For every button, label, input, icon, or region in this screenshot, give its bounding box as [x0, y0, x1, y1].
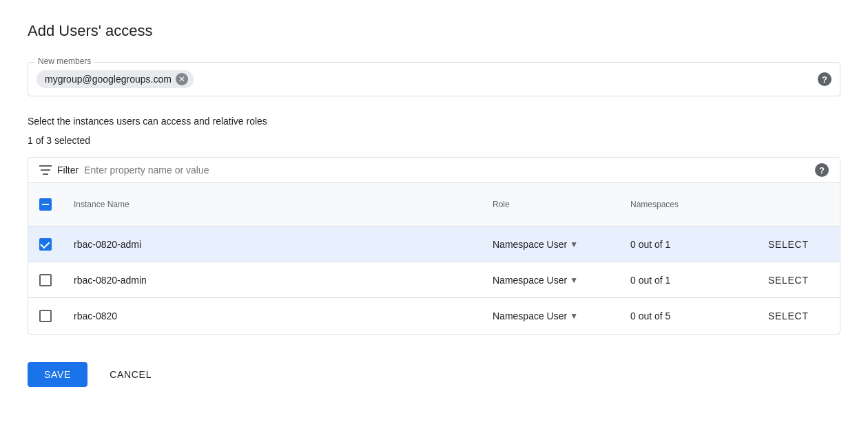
row-3-role-dropdown[interactable]: Namespace User ▼: [493, 310, 578, 321]
page-title: Add Users' access: [28, 22, 840, 40]
table-wrapper: Filter ? Instance Name Role Namespaces: [28, 157, 840, 335]
row-2-role[interactable]: Namespace User ▼: [482, 266, 619, 294]
row-3-dropdown-arrow: ▼: [570, 311, 578, 321]
chip-email: mygroup@googlegroups.com: [45, 74, 172, 85]
row-1-checkbox[interactable]: [39, 238, 52, 251]
filter-help-icon[interactable]: ?: [815, 163, 829, 177]
svg-rect-0: [39, 165, 52, 167]
new-members-help-icon[interactable]: ?: [818, 72, 831, 86]
row-2-select-action[interactable]: SELECT: [757, 266, 840, 294]
button-row: SAVE CANCEL: [28, 362, 840, 387]
row-2-checkbox-container[interactable]: [28, 266, 63, 295]
row-1-role[interactable]: Namespace User ▼: [482, 231, 619, 258]
th-action: [757, 190, 840, 219]
filter-row: Filter ?: [28, 158, 840, 183]
new-members-label: New members: [35, 56, 94, 66]
members-input-row: mygroup@googlegroups.com ✕ ?: [37, 68, 831, 90]
row-1-instance-name: rbac-0820-admi: [63, 231, 482, 258]
row-3-checkbox[interactable]: [39, 310, 52, 322]
th-instance-name: Instance Name: [63, 190, 482, 219]
th-namespaces: Namespaces: [619, 190, 757, 219]
svg-rect-1: [41, 169, 50, 171]
page-container: Add Users' access New members mygroup@go…: [0, 0, 868, 422]
new-members-section: New members mygroup@googlegroups.com ✕ ?: [28, 62, 840, 96]
row-1-checkbox-container[interactable]: [28, 230, 63, 259]
header-checkbox-container[interactable]: [28, 190, 63, 219]
row-2-dropdown-arrow: ▼: [570, 275, 578, 285]
row-1-dropdown-arrow: ▼: [570, 240, 578, 249]
row-1-namespaces: 0 out of 1: [619, 231, 757, 258]
filter-left: Filter: [39, 165, 291, 176]
table-row: rbac-0820-admi Namespace User ▼ 0 out of…: [28, 226, 840, 262]
filter-input[interactable]: [84, 165, 291, 176]
header-checkbox[interactable]: [39, 198, 52, 211]
row-2-namespaces: 0 out of 1: [619, 266, 757, 294]
save-button[interactable]: SAVE: [28, 362, 87, 387]
filter-label: Filter: [57, 165, 79, 176]
row-1-select-action[interactable]: SELECT: [757, 231, 840, 258]
table-header: Instance Name Role Namespaces: [28, 183, 840, 226]
row-2-role-dropdown[interactable]: Namespace User ▼: [493, 275, 578, 286]
member-chip: mygroup@googlegroups.com ✕: [37, 70, 194, 88]
selection-count: 1 of 3 selected: [28, 135, 840, 146]
table-row: rbac-0820-admin Namespace User ▼ 0 out o…: [28, 262, 840, 298]
row-2-checkbox[interactable]: [39, 274, 52, 286]
row-3-role[interactable]: Namespace User ▼: [482, 302, 619, 330]
svg-rect-2: [43, 173, 48, 175]
filter-icon: [39, 165, 52, 175]
row-3-instance-name: rbac-0820: [63, 302, 482, 330]
table-row: rbac-0820 Namespace User ▼ 0 out of 5 SE…: [28, 298, 840, 334]
members-chips-area: mygroup@googlegroups.com ✕: [37, 70, 194, 88]
instruction-text: Select the instances users can access an…: [28, 116, 840, 127]
row-1-role-dropdown[interactable]: Namespace User ▼: [493, 239, 578, 250]
cancel-button[interactable]: CANCEL: [104, 362, 157, 387]
row-2-instance-name: rbac-0820-admin: [63, 266, 482, 294]
chip-close-button[interactable]: ✕: [176, 73, 188, 85]
row-3-namespaces: 0 out of 5: [619, 302, 757, 330]
row-3-select-action[interactable]: SELECT: [757, 302, 840, 330]
th-role: Role: [482, 190, 619, 219]
row-3-checkbox-container[interactable]: [28, 302, 63, 330]
